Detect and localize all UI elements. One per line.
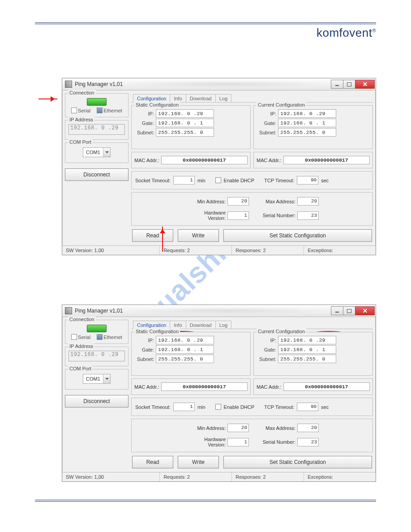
static-config-group: Static Configuration IP:192.168. 0 .29 G… [131,332,251,376]
serial-radio[interactable]: Serial [71,334,90,340]
current-gate-field: 192.168. 0 . 1 [278,345,336,354]
static-gate-input[interactable]: 192.168. 0 . 1 [156,119,214,127]
static-subnet-input[interactable]: 255.255.255. 0 [156,355,214,363]
timeout-group: Socket Timeout: 1 min Enable DHCP TCP Ti… [131,398,373,416]
tab-info[interactable]: Info [170,321,186,329]
maximize-button[interactable] [343,306,355,315]
connection-group: Connection Serial Ethernet [65,320,128,344]
socket-timeout-input[interactable]: 1 [173,403,195,411]
current-gate-field: 192.168. 0 . 1 [278,119,336,127]
red-arrow-right-icon [39,99,57,99]
socket-timeout-input[interactable]: 1 [173,176,195,184]
app-icon [65,307,72,314]
read-button[interactable]: Read [132,456,173,468]
device-info-group: Min Address:20 Max Address:20 Hardware V… [131,419,373,452]
chevron-down-icon [103,148,110,157]
set-static-button[interactable]: Set Static Configuration [223,229,372,242]
ip-address-input[interactable]: 192.168. 0 .29 [68,351,125,361]
mac-current: MAC Addr.:0x000000000017 [253,378,373,395]
com-port-group: COM Port COM1 [65,369,128,390]
static-config-group: Static Configuration IP:192.168. 0 .29 G… [131,105,251,149]
tcp-timeout-input[interactable]: 90 [297,403,318,411]
window-title: Ping Manager v1,01 [75,81,123,87]
ethernet-radio[interactable]: Ethernet [97,334,122,340]
ip-address-input[interactable]: 192.168. 0 .29 [68,124,125,135]
disconnect-button[interactable]: Disconnect [65,395,128,408]
tabs: Configuration Info Download Log [131,93,373,103]
tab-download[interactable]: Download [186,94,216,102]
red-arrow-up-icon [162,227,163,252]
tab-info[interactable]: Info [170,94,186,102]
mac-static: MAC Addr.:0x000000000017 [131,378,251,395]
dhcp-checkbox[interactable] [215,404,221,410]
brand-logo: komfovent® [317,26,376,40]
mac-static: MAC Addr.:0x000000000017 [131,152,251,168]
tab-configuration[interactable]: Configuration [133,321,170,329]
titlebar: Ping Manager v1,01 [62,305,376,317]
static-subnet-input[interactable]: 255.255.255. 0 [156,128,214,137]
static-gate-input[interactable]: 192.168. 0 . 1 [156,345,214,354]
current-subnet-field: 255.255.255. 0 [278,355,336,363]
ip-address-group: IP Address 192.168. 0 .29 [65,347,128,366]
write-button[interactable]: Write [178,456,219,468]
disconnect-button[interactable]: Disconnect [65,168,128,181]
current-config-group: Current Configuration IP:192.168. 0 .29 … [253,105,373,149]
tab-download[interactable]: Download [186,321,216,329]
current-subnet-field: 255.255.255. 0 [278,128,336,137]
app-window: Ping Manager v1,01 Connection Serial Eth [62,305,376,482]
tab-log[interactable]: Log [215,321,231,329]
serial-radio[interactable]: Serial [71,107,90,113]
timeout-group: Socket Timeout: 1 min Enable DHCP TCP Ti… [131,171,373,189]
dhcp-checkbox[interactable] [215,177,221,183]
minimize-button[interactable] [331,80,343,89]
minimize-button[interactable] [331,306,343,315]
window-title: Ping Manager v1,01 [75,308,123,314]
write-button[interactable]: Write [178,229,219,242]
device-info-group: Min Address:20 Max Address:20 Hardware V… [131,192,373,226]
connection-group: Connection Serial Ethernet [65,93,128,117]
current-config-group: Current Configuration IP:192.168. 0 .29 … [253,332,373,376]
read-button[interactable]: Read [132,229,173,242]
com-port-group: COM Port COM1 [65,142,128,163]
static-ip-input[interactable]: 192.168. 0 .29 [156,336,214,344]
status-bar: SW Version: 1,00 Requests: 2 Responses: … [62,472,376,481]
connection-led-icon [87,98,107,106]
tab-log[interactable]: Log [215,94,231,102]
titlebar: Ping Manager v1,01 [62,78,376,90]
status-bar: SW Version: 1,00 Requests: 2 Responses: … [62,245,376,255]
maximize-button[interactable] [343,80,355,89]
current-ip-field: 192.168. 0 .29 [278,109,336,118]
com-port-select[interactable]: COM1 [83,147,111,157]
close-button[interactable] [355,306,375,315]
app-window: Ping Manager v1,01 Connection Serial Eth [62,78,376,255]
tabs: Configuration Info Download Log [131,320,373,329]
static-ip-input[interactable]: 192.168. 0 .29 [156,109,214,118]
tcp-timeout-input[interactable]: 90 [297,176,318,184]
ethernet-radio[interactable]: Ethernet [97,107,122,113]
com-port-select[interactable]: COM1 [83,374,111,384]
current-ip-field: 192.168. 0 .29 [278,336,336,344]
tab-configuration[interactable]: Configuration [133,94,170,103]
set-static-button[interactable]: Set Static Configuration [223,456,372,468]
app-icon [65,81,72,88]
mac-current: MAC Addr.:0x000000000017 [253,152,373,168]
connection-led-icon [87,325,107,332]
screenshot-2: Ping Manager v1,01 Connection Serial Eth [35,305,376,482]
screenshot-1: Ping Manager v1,01 Connection Serial Eth [35,78,376,255]
close-button[interactable] [355,80,375,89]
ip-address-group: IP Address 192.168. 0 .29 [65,120,128,140]
chevron-down-icon [103,374,110,383]
